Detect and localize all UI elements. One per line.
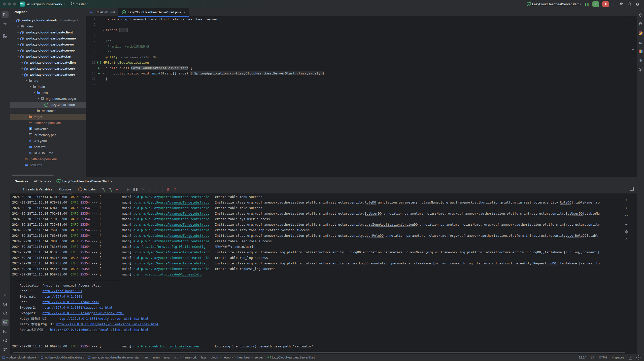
plugin-gear-icon[interactable]: ⚙ xyxy=(638,58,643,63)
tree-item[interactable]: ▸wu-lazy-cloud-heartbeat-client xyxy=(10,29,86,35)
tree-chevron-icon[interactable]: ▾ xyxy=(28,85,32,88)
print-icon[interactable] xyxy=(624,229,629,234)
tree-chevron-icon[interactable]: ▸ xyxy=(16,49,20,52)
tree-item[interactable]: ▾src xyxy=(10,77,86,84)
tree-item[interactable]: ▾wu-lazy-cloud-network~/IdeaProject xyxy=(10,17,86,23)
tree-chevron-icon[interactable]: ▾ xyxy=(24,79,28,82)
tool-project-icon[interactable] xyxy=(2,11,9,18)
line-separator[interactable]: LF xyxy=(591,356,594,359)
tree-item[interactable]: mpom.xml xyxy=(10,144,86,150)
scroll-down-icon[interactable]: ↓ xyxy=(624,205,629,210)
pause-button[interactable]: ❚❚ xyxy=(584,3,589,6)
console-link[interactable]: http://localhost:6001 xyxy=(42,289,82,293)
tree-item[interactable]: ▸resources xyxy=(10,108,86,114)
tree-chevron-icon[interactable]: ▸ xyxy=(24,115,28,118)
tree-item[interactable]: ▸wu-lazy-cloud-heartbeat-serv xyxy=(10,65,86,71)
spring-bean-gutter-icon[interactable] xyxy=(96,61,101,64)
tree-item[interactable]: jar-memory.png xyxy=(10,132,86,138)
more-options-button[interactable]: ⋮ xyxy=(179,186,185,192)
console-link[interactable]: http://127.0.0.1:6001/swagger-ui.html xyxy=(42,306,112,309)
tree-item[interactable]: ▸wu-lazy-cloud-heartbeat-clien xyxy=(10,59,86,65)
breadcrumb-item[interactable]: wu-lazy-cloud-heartbeat-server-start xyxy=(88,356,140,359)
breadcrumb-item[interactable]: org xyxy=(174,356,178,359)
fold-region-icon[interactable]: ❯ xyxy=(101,29,105,31)
project-selector[interactable]: wu-lazy-cloud-network xyxy=(27,2,62,6)
rerun-debug-button[interactable]: ⟳ xyxy=(107,186,113,192)
caret-position[interactable]: 12:14 xyxy=(579,356,586,359)
tree-chevron-icon[interactable]: ▾ xyxy=(36,97,40,100)
tab-run-configuration[interactable]: ▶ LazyCloudHeartbeatServerStart × xyxy=(54,177,115,185)
tab-console[interactable]: Console xyxy=(56,185,74,193)
breadcrumb-item[interactable]: java xyxy=(164,356,170,359)
clear-console-icon[interactable] xyxy=(624,237,629,242)
breadcrumb-item[interactable]: ▶LazyCloudHeartbeatServerStart xyxy=(267,356,315,359)
indent-style[interactable]: 4 spaces xyxy=(612,356,624,359)
tree-item[interactable]: ▾wu-lazy-cloud-heartbeat-start xyxy=(10,53,86,59)
console-link[interactable]: http://127.0.0.1:6001/swagger-ui/index.h… xyxy=(42,311,124,315)
breadcrumb-item[interactable]: wu-lazy-cloud-heartbeat-start xyxy=(41,356,84,359)
tool-profiler-icon[interactable] xyxy=(2,310,9,317)
tree-chevron-icon[interactable]: ▾ xyxy=(32,91,36,94)
unlock-icon[interactable] xyxy=(629,357,632,359)
maven-icon[interactable]: m xyxy=(638,40,643,45)
soft-wrap-icon[interactable]: ↩ xyxy=(624,213,629,218)
console-link[interactable]: http://127.0.0.1:6001/netty-server-ui/in… xyxy=(58,317,149,320)
notifications-icon[interactable] xyxy=(638,13,643,18)
database-icon[interactable] xyxy=(638,22,643,27)
code-with-me-icon[interactable] xyxy=(619,2,624,7)
tree-item[interactable]: ▶LazyCloudHeartb xyxy=(10,102,86,108)
tree-chevron-icon[interactable]: ▸ xyxy=(20,67,24,70)
tree-horizontal-scrollbar[interactable] xyxy=(12,175,54,176)
breadcrumb-item[interactable]: framework xyxy=(183,356,197,359)
tree-chevron-icon[interactable]: ▸ xyxy=(16,25,20,27)
plugin-chart-icon[interactable] xyxy=(638,49,643,54)
tree-chevron-icon[interactable]: ▸ xyxy=(16,37,20,39)
breadcrumb-item[interactable]: server xyxy=(255,356,263,359)
console-link[interactable]: http://127.0.0.1:6001/netty-client-local… xyxy=(56,322,158,326)
close-icon[interactable]: × xyxy=(111,179,113,183)
breadcrumb-item[interactable]: heartbeat xyxy=(238,356,250,359)
tree-chevron-icon[interactable]: ▸ xyxy=(16,31,20,33)
tool-commit-icon[interactable] xyxy=(2,20,9,27)
tree-chevron-icon[interactable]: ▾ xyxy=(20,73,24,76)
run-config-selector[interactable]: ▶ LazyCloudHeartbeatServerStart ▾ xyxy=(527,2,581,6)
console-link[interactable]: http://127.0.0.1:6001 xyxy=(42,295,82,298)
resume-button[interactable]: ▶ xyxy=(125,186,131,192)
search-icon[interactable] xyxy=(627,2,632,7)
tree-item[interactable]: ▾org.framework.lazy.c xyxy=(10,96,86,102)
step-over-button[interactable]: ↷ xyxy=(140,186,146,192)
plugin-colorful-icon[interactable] xyxy=(638,31,643,36)
tool-git-icon[interactable] xyxy=(2,346,9,353)
breadcrumb-item[interactable]: network xyxy=(222,356,233,359)
breadcrumb-item[interactable]: src xyxy=(145,356,149,359)
more-actions-button[interactable]: ⋮ xyxy=(612,2,616,6)
tree-item[interactable]: mpom.xml xyxy=(10,162,86,168)
dependencies-icon[interactable] xyxy=(638,67,643,72)
breadcrumb-item[interactable]: main xyxy=(153,356,160,359)
breadcrumb-item[interactable]: cloud xyxy=(211,356,218,359)
editor-tab[interactable]: M↓README.md xyxy=(86,8,118,16)
breadcrumb-item[interactable]: wu-lazy-cloud-network xyxy=(3,356,36,359)
run-gutter-icon[interactable]: ▶ xyxy=(96,72,101,75)
file-encoding[interactable]: UTF-8 xyxy=(599,356,607,359)
tool-services-icon[interactable] xyxy=(2,319,9,326)
editor-tab[interactable]: ▶LazyCloudHeartbeatServerStart.java× xyxy=(118,8,189,16)
tree-item[interactable]: M↓README.md xyxy=(10,150,86,156)
step-into-button[interactable]: ↓ xyxy=(147,186,153,192)
tree-item[interactable]: ▾java xyxy=(10,90,86,96)
editor-tab-options-icon[interactable]: ⋮ xyxy=(628,10,632,14)
inspections-widget-icon[interactable]: ! xyxy=(636,355,640,359)
code-editor[interactable]: ✓ 1package org.framework.lazy.cloud.netw… xyxy=(86,17,637,177)
console-link[interactable]: http://127.0.0.1:6001/acw-local-client-u… xyxy=(50,328,149,332)
tool-more-icon[interactable]: ⋯ xyxy=(2,42,9,49)
scroll-to-end-icon[interactable]: ⇊ xyxy=(624,221,629,226)
services-panel-title[interactable]: Services xyxy=(12,177,31,185)
tree-chevron-icon[interactable]: ▸ xyxy=(20,61,24,64)
tree-chevron-icon[interactable]: ▾ xyxy=(16,55,20,58)
tool-services-layers-icon[interactable] xyxy=(2,301,9,308)
tree-item[interactable]: ▾main xyxy=(10,84,86,90)
tool-terminal-icon[interactable] xyxy=(2,328,9,335)
close-icon[interactable]: × xyxy=(183,11,185,14)
stop-button[interactable]: ■ xyxy=(114,186,120,192)
tree-item[interactable]: ☸k8s.yaml xyxy=(10,138,86,144)
